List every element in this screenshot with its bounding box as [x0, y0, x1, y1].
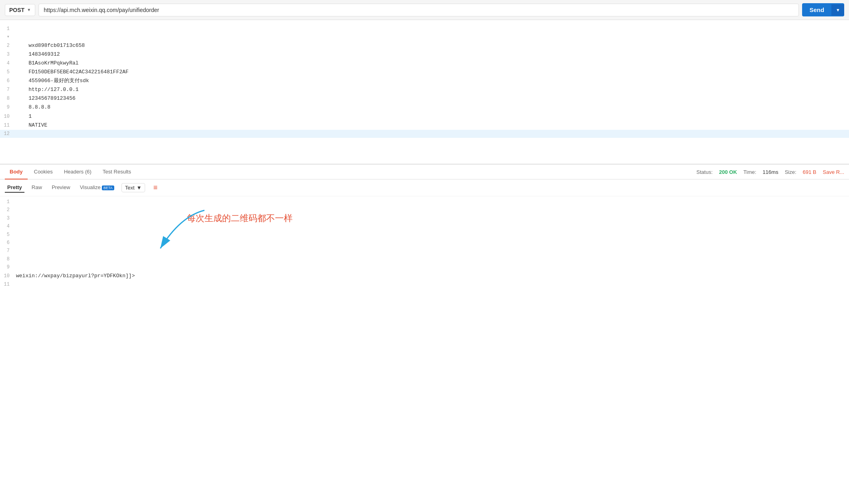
request-line: 7 http://127.0.0.1	[0, 85, 849, 94]
save-response-button[interactable]: Save R...	[823, 169, 844, 175]
annotation-arrow-icon	[148, 208, 212, 256]
line-number: 4	[2, 59, 16, 67]
text-format-value: Text	[125, 185, 135, 191]
line-number: 5	[2, 231, 16, 239]
line-number: 12	[2, 130, 16, 138]
line-number: 2	[2, 42, 16, 50]
format-tab-raw[interactable]: Raw	[29, 183, 44, 193]
response-line: 6	[0, 239, 136, 247]
status-ok-badge: 200 OK	[719, 169, 737, 175]
line-content: 123456789123456	[16, 94, 75, 103]
wrap-icon[interactable]: ≡	[153, 183, 158, 192]
request-code-editor[interactable]: 1 ▾2 wxd898fcb01713c6583 14834693124 B1A…	[0, 23, 849, 139]
request-line: 5 FD150DEBF5EBE4C2AC342216481FF2AF	[0, 68, 849, 77]
line-number: 7	[2, 247, 16, 255]
tab-body[interactable]: Body	[5, 165, 28, 179]
format-tab-visualize[interactable]: VisualizeBETA	[77, 183, 117, 193]
line-number: 5	[2, 68, 16, 76]
response-line: 11	[0, 280, 136, 288]
request-line: 12	[0, 130, 849, 138]
tab-test-results[interactable]: Test Results	[98, 165, 136, 179]
response-line: 7	[0, 247, 136, 255]
method-chevron-icon: ▼	[27, 8, 31, 12]
request-line: 6 4559066-最好的支付sdk	[0, 77, 849, 85]
line-number: 1	[2, 198, 16, 206]
tab-headers[interactable]: Headers (6)	[59, 165, 96, 179]
request-line: 11 NATIVE	[0, 121, 849, 130]
request-line: 4 B1AsoKrMPqkwyRal	[0, 59, 849, 68]
line-content: 1	[16, 112, 32, 121]
line-number: 8	[2, 255, 16, 263]
method-label: POST	[9, 7, 24, 13]
line-number: 6	[2, 239, 16, 247]
response-line: 10weixin://wxpay/bizpayurl?pr=YDFKOkn]]>	[0, 272, 136, 280]
line-number: 8	[2, 95, 16, 103]
format-tab-pretty[interactable]: Pretty	[5, 183, 24, 193]
line-content: 4559066-最好的支付sdk	[16, 77, 89, 85]
line-content: FD150DEBF5EBE4C2AC342216481FF2AF	[16, 68, 129, 77]
request-line: 1 ▾	[0, 25, 849, 41]
line-number: 1 ▾	[2, 25, 16, 41]
url-input[interactable]	[38, 4, 799, 16]
text-format-dropdown[interactable]: Text ▼	[121, 183, 146, 192]
line-number: 2	[2, 206, 16, 214]
request-body-editor: 1 ▾2 wxd898fcb01713c6583 14834693124 B1A…	[0, 20, 849, 164]
line-content: weixin://wxpay/bizpayurl?pr=YDFKOkn]]>	[16, 272, 135, 280]
response-line: 8	[0, 255, 136, 263]
line-content: NATIVE	[16, 121, 47, 130]
send-label: Send	[802, 3, 831, 16]
response-line: 5	[0, 231, 136, 239]
line-content: 8.8.8.8	[16, 103, 51, 112]
line-number: 10	[2, 272, 16, 280]
request-line: 8 123456789123456	[0, 94, 849, 103]
line-number: 9	[2, 263, 16, 271]
top-bar: POST ▼ Send ▼	[0, 0, 849, 20]
response-line: 4	[0, 222, 136, 230]
response-section: Body Cookies Headers (6) Test Results St…	[0, 164, 849, 290]
beta-badge: BETA	[102, 185, 114, 190]
response-code-viewer: 12345678910weixin://wxpay/bizpayurl?pr=Y…	[0, 196, 136, 290]
request-line: 2 wxd898fcb01713c658	[0, 41, 849, 50]
request-line: 9 8.8.8.8	[0, 103, 849, 112]
request-line: 3 1483469312	[0, 50, 849, 59]
line-content: wxd898fcb01713c658	[16, 41, 85, 50]
format-bar: Pretty Raw Preview VisualizeBETA Text ▼ …	[0, 179, 849, 196]
request-line: 10 1	[0, 112, 849, 121]
status-label: Status:	[696, 169, 712, 175]
response-tabs-bar: Body Cookies Headers (6) Test Results St…	[0, 165, 849, 179]
time-value: 116ms	[763, 169, 778, 175]
send-button[interactable]: Send ▼	[802, 3, 844, 16]
line-number: 4	[2, 222, 16, 230]
line-number: 7	[2, 86, 16, 94]
time-label: Time:	[744, 169, 756, 175]
line-number: 6	[2, 77, 16, 85]
method-selector[interactable]: POST ▼	[5, 4, 35, 16]
size-label: Size:	[785, 169, 796, 175]
size-value: 691 B	[803, 169, 817, 175]
response-line: 9	[0, 263, 136, 271]
format-tab-preview[interactable]: Preview	[49, 183, 73, 193]
line-content: 1483469312	[16, 50, 60, 59]
response-status-bar: Status: 200 OK Time: 116ms Size: 691 B S…	[696, 169, 844, 175]
line-number: 9	[2, 103, 16, 111]
line-number: 11	[2, 121, 16, 129]
response-line: 3	[0, 214, 136, 222]
line-content: http://127.0.0.1	[16, 85, 79, 94]
tab-cookies[interactable]: Cookies	[29, 165, 58, 179]
response-body-area: 12345678910weixin://wxpay/bizpayurl?pr=Y…	[0, 196, 849, 290]
line-number: 11	[2, 280, 16, 288]
line-content: B1AsoKrMPqkwyRal	[16, 59, 79, 68]
line-number: 10	[2, 113, 16, 121]
response-line: 2	[0, 206, 136, 214]
dropdown-chevron-icon: ▼	[137, 185, 142, 191]
send-dropdown-icon[interactable]: ▼	[831, 4, 844, 16]
line-number: 3	[2, 214, 16, 222]
line-number: 3	[2, 50, 16, 58]
response-line: 1	[0, 198, 136, 206]
